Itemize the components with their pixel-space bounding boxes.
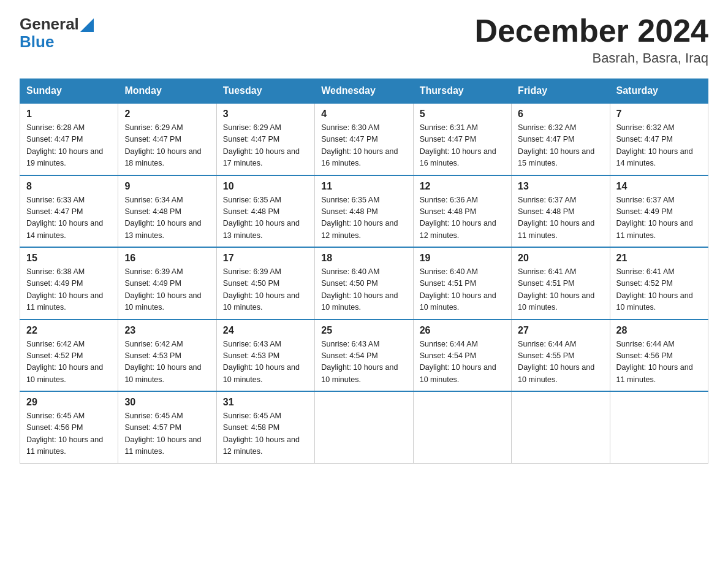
calendar-week-row: 29Sunrise: 6:45 AMSunset: 4:56 PMDayligh… [20, 391, 708, 463]
day-info: Sunrise: 6:44 AMSunset: 4:55 PMDaylight:… [518, 339, 603, 386]
day-number: 23 [124, 325, 210, 336]
day-number: 6 [518, 109, 603, 120]
day-info: Sunrise: 6:35 AMSunset: 4:48 PMDaylight:… [321, 194, 406, 242]
calendar-cell: 14Sunrise: 6:37 AMSunset: 4:49 PMDayligh… [610, 175, 708, 248]
calendar-cell: 11Sunrise: 6:35 AMSunset: 4:48 PMDayligh… [315, 175, 413, 248]
day-info: Sunrise: 6:45 AMSunset: 4:57 PMDaylight:… [124, 410, 210, 458]
calendar-week-row: 1Sunrise: 6:28 AMSunset: 4:47 PMDaylight… [20, 103, 708, 175]
calendar-cell: 29Sunrise: 6:45 AMSunset: 4:56 PMDayligh… [20, 391, 118, 463]
day-number: 22 [26, 325, 112, 336]
day-info: Sunrise: 6:29 AMSunset: 4:47 PMDaylight:… [124, 122, 210, 170]
calendar-cell: 10Sunrise: 6:35 AMSunset: 4:48 PMDayligh… [216, 175, 314, 248]
day-info: Sunrise: 6:44 AMSunset: 4:56 PMDaylight:… [616, 339, 702, 386]
calendar-week-row: 8Sunrise: 6:33 AMSunset: 4:47 PMDaylight… [20, 175, 708, 248]
calendar-cell: 16Sunrise: 6:39 AMSunset: 4:49 PMDayligh… [118, 247, 216, 320]
calendar-cell: 26Sunrise: 6:44 AMSunset: 4:54 PMDayligh… [413, 320, 511, 392]
day-info: Sunrise: 6:43 AMSunset: 4:53 PMDaylight:… [223, 339, 308, 386]
day-number: 14 [616, 181, 702, 192]
day-info: Sunrise: 6:44 AMSunset: 4:54 PMDaylight:… [420, 339, 505, 386]
day-number: 7 [616, 109, 702, 120]
calendar-table: SundayMondayTuesdayWednesdayThursdayFrid… [20, 79, 708, 464]
day-info: Sunrise: 6:45 AMSunset: 4:56 PMDaylight:… [26, 410, 112, 458]
day-info: Sunrise: 6:30 AMSunset: 4:47 PMDaylight:… [321, 122, 406, 170]
day-number: 29 [26, 397, 112, 408]
calendar-cell: 31Sunrise: 6:45 AMSunset: 4:58 PMDayligh… [216, 391, 314, 463]
calendar-cell: 20Sunrise: 6:41 AMSunset: 4:51 PMDayligh… [512, 247, 610, 320]
calendar-cell: 18Sunrise: 6:40 AMSunset: 4:50 PMDayligh… [315, 247, 413, 320]
day-info: Sunrise: 6:36 AMSunset: 4:48 PMDaylight:… [420, 194, 505, 242]
weekday-header-friday: Friday [512, 79, 610, 104]
day-info: Sunrise: 6:40 AMSunset: 4:50 PMDaylight:… [321, 266, 406, 314]
day-info: Sunrise: 6:32 AMSunset: 4:47 PMDaylight:… [518, 122, 603, 170]
calendar-cell [512, 391, 610, 463]
day-number: 20 [518, 253, 603, 264]
calendar-cell: 25Sunrise: 6:43 AMSunset: 4:54 PMDayligh… [315, 320, 413, 392]
day-info: Sunrise: 6:37 AMSunset: 4:49 PMDaylight:… [616, 194, 702, 242]
calendar-cell: 28Sunrise: 6:44 AMSunset: 4:56 PMDayligh… [610, 320, 708, 392]
day-info: Sunrise: 6:35 AMSunset: 4:48 PMDaylight:… [223, 194, 308, 242]
day-number: 16 [124, 253, 210, 264]
day-info: Sunrise: 6:41 AMSunset: 4:51 PMDaylight:… [518, 266, 603, 314]
day-number: 21 [616, 253, 702, 264]
day-number: 1 [26, 109, 112, 120]
calendar-cell: 27Sunrise: 6:44 AMSunset: 4:55 PMDayligh… [512, 320, 610, 392]
logo-general: General [20, 15, 79, 34]
day-number: 24 [223, 325, 308, 336]
day-info: Sunrise: 6:39 AMSunset: 4:49 PMDaylight:… [124, 266, 210, 314]
calendar-cell [413, 391, 511, 463]
location: Basrah, Basra, Iraq [474, 50, 708, 66]
calendar-cell: 8Sunrise: 6:33 AMSunset: 4:47 PMDaylight… [20, 175, 118, 248]
calendar-cell: 17Sunrise: 6:39 AMSunset: 4:50 PMDayligh… [216, 247, 314, 320]
calendar-cell: 9Sunrise: 6:34 AMSunset: 4:48 PMDaylight… [118, 175, 216, 248]
calendar-cell [315, 391, 413, 463]
weekday-header-tuesday: Tuesday [216, 79, 314, 104]
day-number: 18 [321, 253, 406, 264]
day-info: Sunrise: 6:37 AMSunset: 4:48 PMDaylight:… [518, 194, 603, 242]
day-info: Sunrise: 6:38 AMSunset: 4:49 PMDaylight:… [26, 266, 112, 314]
weekday-header-wednesday: Wednesday [315, 79, 413, 104]
day-number: 25 [321, 325, 406, 336]
calendar-week-row: 15Sunrise: 6:38 AMSunset: 4:49 PMDayligh… [20, 247, 708, 320]
day-number: 27 [518, 325, 603, 336]
calendar-cell: 7Sunrise: 6:32 AMSunset: 4:47 PMDaylight… [610, 103, 708, 175]
logo-triangle-icon [80, 18, 94, 32]
day-info: Sunrise: 6:39 AMSunset: 4:50 PMDaylight:… [223, 266, 308, 314]
day-info: Sunrise: 6:40 AMSunset: 4:51 PMDaylight:… [420, 266, 505, 314]
day-number: 26 [420, 325, 505, 336]
day-number: 15 [26, 253, 112, 264]
day-number: 2 [124, 109, 210, 120]
day-number: 11 [321, 181, 406, 192]
month-title: December 2024 [474, 15, 708, 47]
day-number: 30 [124, 397, 210, 408]
day-number: 9 [124, 181, 210, 192]
day-number: 10 [223, 181, 308, 192]
calendar-cell: 21Sunrise: 6:41 AMSunset: 4:52 PMDayligh… [610, 247, 708, 320]
calendar-cell: 30Sunrise: 6:45 AMSunset: 4:57 PMDayligh… [118, 391, 216, 463]
weekday-header-saturday: Saturday [610, 79, 708, 104]
day-info: Sunrise: 6:42 AMSunset: 4:53 PMDaylight:… [124, 339, 210, 386]
calendar-cell: 15Sunrise: 6:38 AMSunset: 4:49 PMDayligh… [20, 247, 118, 320]
day-number: 13 [518, 181, 603, 192]
calendar-cell: 12Sunrise: 6:36 AMSunset: 4:48 PMDayligh… [413, 175, 511, 248]
calendar-cell: 22Sunrise: 6:42 AMSunset: 4:52 PMDayligh… [20, 320, 118, 392]
calendar-cell: 4Sunrise: 6:30 AMSunset: 4:47 PMDaylight… [315, 103, 413, 175]
day-number: 31 [223, 397, 308, 408]
day-number: 5 [420, 109, 505, 120]
calendar-cell: 24Sunrise: 6:43 AMSunset: 4:53 PMDayligh… [216, 320, 314, 392]
day-info: Sunrise: 6:29 AMSunset: 4:47 PMDaylight:… [223, 122, 308, 170]
calendar-cell [610, 391, 708, 463]
calendar-cell: 5Sunrise: 6:31 AMSunset: 4:47 PMDaylight… [413, 103, 511, 175]
calendar-cell: 6Sunrise: 6:32 AMSunset: 4:47 PMDaylight… [512, 103, 610, 175]
weekday-header-monday: Monday [118, 79, 216, 104]
svg-marker-0 [80, 18, 94, 32]
calendar-week-row: 22Sunrise: 6:42 AMSunset: 4:52 PMDayligh… [20, 320, 708, 392]
day-info: Sunrise: 6:45 AMSunset: 4:58 PMDaylight:… [223, 410, 308, 458]
calendar-cell: 3Sunrise: 6:29 AMSunset: 4:47 PMDaylight… [216, 103, 314, 175]
day-info: Sunrise: 6:28 AMSunset: 4:47 PMDaylight:… [26, 122, 112, 170]
logo: General Blue [20, 15, 94, 50]
day-number: 3 [223, 109, 308, 120]
calendar-cell: 19Sunrise: 6:40 AMSunset: 4:51 PMDayligh… [413, 247, 511, 320]
day-info: Sunrise: 6:32 AMSunset: 4:47 PMDaylight:… [616, 122, 702, 170]
calendar-cell: 1Sunrise: 6:28 AMSunset: 4:47 PMDaylight… [20, 103, 118, 175]
day-number: 4 [321, 109, 406, 120]
